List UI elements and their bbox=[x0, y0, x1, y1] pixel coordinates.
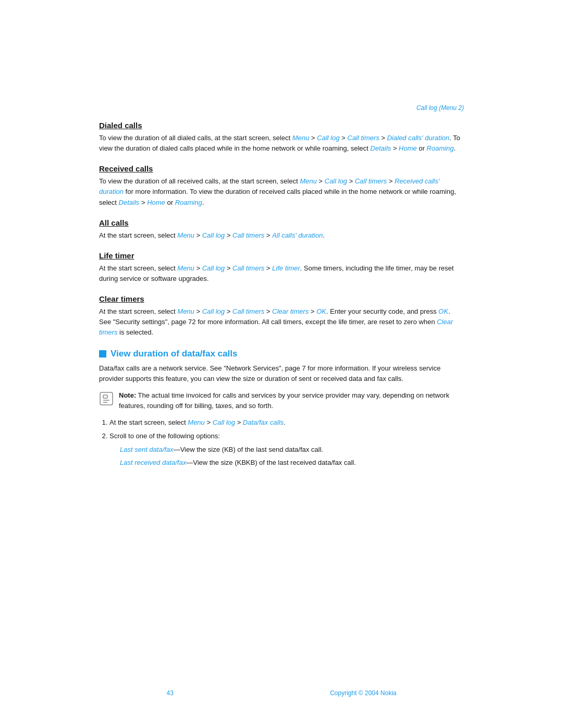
dialed-link-calllog[interactable]: Call log bbox=[317, 134, 339, 142]
received-sep2: > bbox=[347, 177, 355, 185]
received-sep4: > bbox=[139, 199, 147, 206]
blue-square-icon bbox=[99, 350, 106, 357]
option-2: Last received data/fax—View the size (KB… bbox=[120, 458, 464, 468]
all-sep1: > bbox=[194, 231, 202, 239]
footer-page-number: 43 bbox=[167, 689, 174, 697]
dialed-body3: or bbox=[417, 144, 427, 152]
list-item-2: Scroll to one of the following options: … bbox=[109, 431, 464, 467]
received-link-menu[interactable]: Menu bbox=[300, 177, 317, 185]
dialed-link-details[interactable]: Details bbox=[370, 144, 391, 152]
step1-prefix: At the start screen, select bbox=[109, 418, 188, 426]
received-calls-title: Received calls bbox=[99, 164, 464, 173]
step1-menu[interactable]: Menu bbox=[188, 418, 205, 426]
life-sep2: > bbox=[225, 264, 232, 272]
all-calls-body: At the start screen, select Menu > Call … bbox=[99, 230, 464, 241]
option1-text: —View the size (KB) of the last send dat… bbox=[174, 446, 323, 453]
life-timer-body: At the start screen, select Menu > Call … bbox=[99, 263, 464, 284]
dialed-body4: . bbox=[454, 144, 456, 152]
dialed-calls-title: Dialed calls bbox=[99, 121, 464, 130]
option2-text: —View the size (KBKB) of the last receiv… bbox=[186, 459, 356, 466]
clear-link-menu[interactable]: Menu bbox=[177, 307, 194, 315]
dialed-link-menu[interactable]: Menu bbox=[292, 134, 310, 142]
received-link-details[interactable]: Details bbox=[119, 199, 140, 206]
received-link-calltimers[interactable]: Call timers bbox=[355, 177, 387, 185]
life-timer-title: Life timer bbox=[99, 251, 464, 260]
svg-rect-1 bbox=[103, 395, 107, 398]
clear-sep4: > bbox=[309, 307, 316, 315]
dialed-body1: To view the duration of all dialed calls… bbox=[99, 134, 292, 142]
footer-copyright: Copyright © 2004 Nokia bbox=[330, 689, 397, 697]
received-body4: . bbox=[202, 199, 204, 206]
life-link-calltimers[interactable]: Call timers bbox=[232, 264, 264, 272]
clear-body4: is selected. bbox=[117, 328, 153, 336]
note-body: The actual time invoiced for calls and s… bbox=[119, 391, 449, 410]
option-1: Last sent data/fax—View the size (KB) of… bbox=[120, 445, 464, 455]
note-icon bbox=[99, 391, 114, 406]
svg-rect-0 bbox=[100, 392, 113, 405]
received-sep1: > bbox=[317, 177, 325, 185]
dialed-sep4: > bbox=[391, 144, 399, 152]
life-link-menu[interactable]: Menu bbox=[177, 264, 194, 272]
life-body1: At the start screen, select bbox=[99, 264, 177, 272]
step1-suffix: . bbox=[284, 418, 286, 426]
numbered-list: At the start screen, select Menu > Call … bbox=[109, 417, 464, 468]
page-reference-text: Call log (Menu 2) bbox=[417, 104, 464, 112]
clear-sep3: > bbox=[264, 307, 272, 315]
received-body3: or bbox=[165, 199, 175, 206]
dialed-link-home[interactable]: Home bbox=[399, 144, 417, 152]
all-body1: At the start screen, select bbox=[99, 231, 177, 239]
received-link-roaming[interactable]: Roaming bbox=[175, 199, 202, 206]
all-calls-title: All calls bbox=[99, 218, 464, 227]
step1-calllog[interactable]: Call log bbox=[213, 418, 235, 426]
all-link-menu[interactable]: Menu bbox=[177, 231, 194, 239]
section-received-calls: Received calls To view the duration of a… bbox=[99, 164, 464, 207]
clear-link-clear[interactable]: Clear timers bbox=[272, 307, 309, 315]
dialed-sep3: > bbox=[380, 134, 387, 142]
dialed-sep2: > bbox=[339, 134, 347, 142]
section-dialed-calls: Dialed calls To view the duration of all… bbox=[99, 121, 464, 154]
clear-timers-title: Clear timers bbox=[99, 294, 464, 303]
received-link-calllog[interactable]: Call log bbox=[325, 177, 347, 185]
clear-timers-body: At the start screen, select Menu > Call … bbox=[99, 306, 464, 338]
section-life-timer: Life timer At the start screen, select M… bbox=[99, 251, 464, 284]
clear-link-calltimers[interactable]: Call timers bbox=[232, 307, 264, 315]
received-body1: To view the duration of all received cal… bbox=[99, 177, 300, 185]
clear-body2: . Enter your security code, and press bbox=[326, 307, 438, 315]
step1-link[interactable]: Data/fax calls bbox=[243, 418, 284, 426]
received-link-home[interactable]: Home bbox=[147, 199, 165, 206]
dialed-link-calltimers[interactable]: Call timers bbox=[347, 134, 379, 142]
all-sep2: > bbox=[225, 231, 232, 239]
clear-link-calllog[interactable]: Call log bbox=[202, 307, 225, 315]
all-body2: . bbox=[323, 231, 325, 239]
page-reference: Call log (Menu 2) bbox=[99, 104, 464, 112]
note-text: Note: The actual time invoiced for calls… bbox=[119, 390, 464, 411]
section-all-calls: All calls At the start screen, select Me… bbox=[99, 218, 464, 241]
dialed-link-roaming[interactable]: Roaming bbox=[426, 144, 454, 152]
option2-link[interactable]: Last received data/fax bbox=[120, 459, 186, 466]
received-sep3: > bbox=[387, 177, 395, 185]
clear-link-ok2[interactable]: OK bbox=[438, 307, 448, 315]
dialed-calls-body: To view the duration of all dialed calls… bbox=[99, 133, 464, 154]
step1-sep1: > bbox=[205, 418, 213, 426]
list-item-1: At the start screen, select Menu > Call … bbox=[109, 417, 464, 428]
page-footer: 43 Copyright © 2004 Nokia bbox=[0, 689, 563, 697]
view-duration-title: View duration of data/fax calls bbox=[99, 349, 464, 359]
note-label: Note: bbox=[119, 391, 136, 399]
step1-sep2: > bbox=[235, 418, 243, 426]
view-duration-title-text: View duration of data/fax calls bbox=[111, 349, 237, 359]
dialed-link-dialed[interactable]: Dialed calls' duration bbox=[387, 134, 449, 142]
clear-link-ok[interactable]: OK bbox=[316, 307, 326, 315]
view-duration-body1: Data/fax calls are a network service. Se… bbox=[99, 363, 464, 384]
option1-link[interactable]: Last sent data/fax bbox=[120, 446, 174, 453]
clear-sep1: > bbox=[194, 307, 202, 315]
life-sep1: > bbox=[194, 264, 202, 272]
received-calls-body: To view the duration of all received cal… bbox=[99, 176, 464, 207]
step2-text: Scroll to one of the following options: bbox=[109, 432, 220, 440]
page-container: Call log (Menu 2) Dialed calls To view t… bbox=[99, 0, 464, 541]
life-link-life[interactable]: Life timer bbox=[272, 264, 300, 272]
section-view-duration: View duration of data/fax calls Data/fax… bbox=[99, 349, 464, 468]
all-link-all[interactable]: All calls' duration bbox=[272, 231, 323, 239]
all-link-calltimers[interactable]: Call timers bbox=[232, 231, 264, 239]
all-link-calllog[interactable]: Call log bbox=[202, 231, 225, 239]
life-link-calllog[interactable]: Call log bbox=[202, 264, 225, 272]
